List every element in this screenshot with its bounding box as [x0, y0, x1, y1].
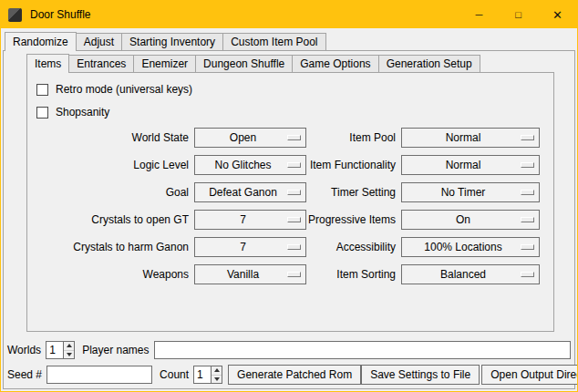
- worlds-input[interactable]: [46, 342, 63, 358]
- crystals-open-gt-label: Crystals to open GT: [36, 213, 189, 226]
- dropdown-timer-setting[interactable]: No Timer: [401, 182, 540, 202]
- dropdown-indicator-icon: [521, 190, 534, 195]
- dropdown-indicator-icon: [521, 272, 534, 277]
- save-settings-button[interactable]: Save Settings to File: [361, 365, 480, 385]
- dropdown-item-pool[interactable]: Normal: [401, 128, 540, 148]
- options-row: Crystals to open GT 7 Progressive Items …: [36, 210, 553, 230]
- dropdown-value: 7: [240, 241, 261, 253]
- tab-enemizer[interactable]: Enemizer: [133, 55, 196, 72]
- retro-mode-checkbox[interactable]: Retro mode (universal keys): [36, 82, 553, 97]
- options-row: Weapons Vanilla Item Sorting Balanced: [36, 264, 553, 284]
- dropdown-indicator-icon: [521, 244, 534, 250]
- dropdown-progressive-items[interactable]: On: [401, 210, 540, 230]
- dropdown-crystals-open-gt[interactable]: 7: [194, 210, 306, 230]
- tab-dungeon-shuffle[interactable]: Dungeon Shuffle: [195, 55, 293, 72]
- player-names-input[interactable]: [154, 341, 572, 359]
- dropdown-accessibility[interactable]: 100% Locations: [401, 237, 540, 257]
- dropdown-indicator-icon: [287, 162, 301, 168]
- dropdown-crystals-harm-ganon[interactable]: 7: [194, 237, 306, 257]
- generate-patched-rom-button[interactable]: Generate Patched Rom: [228, 365, 361, 385]
- dropdown-value: Balanced: [440, 268, 501, 281]
- dropdown-weapons[interactable]: Vanilla: [194, 264, 306, 284]
- options-row: Crystals to harm Ganon 7 Accessibility 1…: [36, 237, 553, 257]
- count-spin-down-button[interactable]: [212, 375, 222, 384]
- dropdown-value: 7: [240, 213, 261, 226]
- spinner-arrows: [211, 366, 222, 383]
- dropdown-value: Normal: [446, 159, 496, 171]
- tab-starting-inventory[interactable]: Starting Inventory: [121, 33, 223, 50]
- checkbox-icon[interactable]: [36, 84, 48, 96]
- item-functionality-label: Item Functionality: [306, 159, 396, 171]
- dropdown-goal[interactable]: Defeat Ganon: [194, 182, 306, 202]
- app-icon: [8, 8, 22, 22]
- count-spinbox[interactable]: [193, 366, 222, 384]
- goal-label: Goal: [36, 186, 189, 199]
- arrow-down-icon: [67, 353, 72, 356]
- count-label: Count: [160, 368, 189, 381]
- dropdown-value: 100% Locations: [424, 241, 516, 253]
- weapons-label: Weapons: [36, 268, 189, 281]
- dropdown-value: Defeat Ganon: [209, 186, 292, 199]
- item-sorting-label: Item Sorting: [306, 268, 396, 281]
- checkbox-label: Retro mode (universal keys): [56, 83, 192, 96]
- window-controls: ─ □ ✕: [459, 1, 577, 28]
- crystals-harm-ganon-label: Crystals to harm Ganon: [36, 241, 189, 253]
- dropdown-world-state[interactable]: Open: [194, 128, 306, 148]
- player-names-label: Player names: [82, 344, 149, 356]
- tab-items[interactable]: Items: [26, 54, 69, 73]
- close-button[interactable]: ✕: [538, 1, 577, 28]
- seed-label: Seed #: [7, 368, 42, 381]
- logic-level-label: Logic Level: [36, 159, 189, 171]
- checkbox-icon[interactable]: [36, 107, 48, 119]
- worlds-label: Worlds: [7, 344, 41, 356]
- dropdown-value: Open: [230, 131, 271, 144]
- dropdown-indicator-icon: [287, 217, 301, 222]
- window-title: Door Shuffle: [30, 8, 91, 21]
- dropdown-indicator-icon: [287, 135, 301, 140]
- item-pool-label: Item Pool: [306, 131, 396, 144]
- arrow-up-icon: [214, 368, 220, 372]
- worlds-spin-up-button[interactable]: [64, 342, 74, 350]
- dropdown-value: Normal: [446, 131, 496, 144]
- outer-tab-strip: Randomize Adjust Starting Inventory Cust…: [5, 31, 326, 50]
- maximize-button[interactable]: □: [499, 1, 538, 28]
- dropdown-indicator-icon: [287, 190, 301, 195]
- minimize-button[interactable]: ─: [459, 1, 499, 28]
- spinner-arrows: [63, 342, 74, 358]
- tab-randomize[interactable]: Randomize: [5, 32, 77, 51]
- dropdown-indicator-icon: [521, 217, 534, 222]
- options-row: Goal Defeat Ganon Timer Setting No Timer: [36, 182, 553, 202]
- tab-adjust[interactable]: Adjust: [76, 33, 122, 50]
- window: Door Shuffle ─ □ ✕ Randomize Adjust Star…: [0, 0, 578, 392]
- dropdown-value: No Timer: [441, 186, 501, 199]
- titlebar: Door Shuffle ─ □ ✕: [1, 1, 577, 28]
- progressive-items-label: Progressive Items: [306, 213, 396, 226]
- dropdown-indicator-icon: [521, 162, 534, 168]
- options-row: World State Open Item Pool Normal: [36, 128, 553, 148]
- dropdown-value: No Glitches: [214, 159, 285, 171]
- options-row: Logic Level No Glitches Item Functionali…: [36, 155, 553, 175]
- shopsanity-checkbox[interactable]: Shopsanity: [36, 105, 553, 119]
- count-input[interactable]: [194, 366, 211, 383]
- tab-generation-setup[interactable]: Generation Setup: [378, 55, 480, 72]
- dropdown-item-functionality[interactable]: Normal: [401, 155, 540, 175]
- count-spin-up-button[interactable]: [212, 366, 222, 375]
- tab-custom-item-pool[interactable]: Custom Item Pool: [222, 33, 325, 50]
- worlds-spinbox[interactable]: [46, 341, 75, 359]
- dropdown-value: Vanilla: [227, 268, 274, 281]
- timer-setting-label: Timer Setting: [306, 186, 396, 199]
- dropdown-value: On: [456, 213, 485, 226]
- seed-input[interactable]: [46, 366, 152, 384]
- worlds-row: Worlds Player names: [7, 340, 571, 360]
- world-state-label: World State: [36, 131, 189, 144]
- tab-game-options[interactable]: Game Options: [292, 55, 378, 72]
- dropdown-item-sorting[interactable]: Balanced: [401, 264, 540, 284]
- tab-entrances[interactable]: Entrances: [68, 55, 134, 72]
- dropdown-logic-level[interactable]: No Glitches: [194, 155, 306, 175]
- accessibility-label: Accessibility: [306, 241, 396, 253]
- dropdown-indicator-icon: [287, 272, 301, 277]
- open-output-directory-button[interactable]: Open Output Directory: [481, 365, 578, 385]
- inner-tab-strip: Items Entrances Enemizer Dungeon Shuffle…: [26, 53, 480, 72]
- items-tab-pane: Retro mode (universal keys) Shopsanity W…: [26, 72, 554, 332]
- worlds-spin-down-button[interactable]: [64, 350, 74, 359]
